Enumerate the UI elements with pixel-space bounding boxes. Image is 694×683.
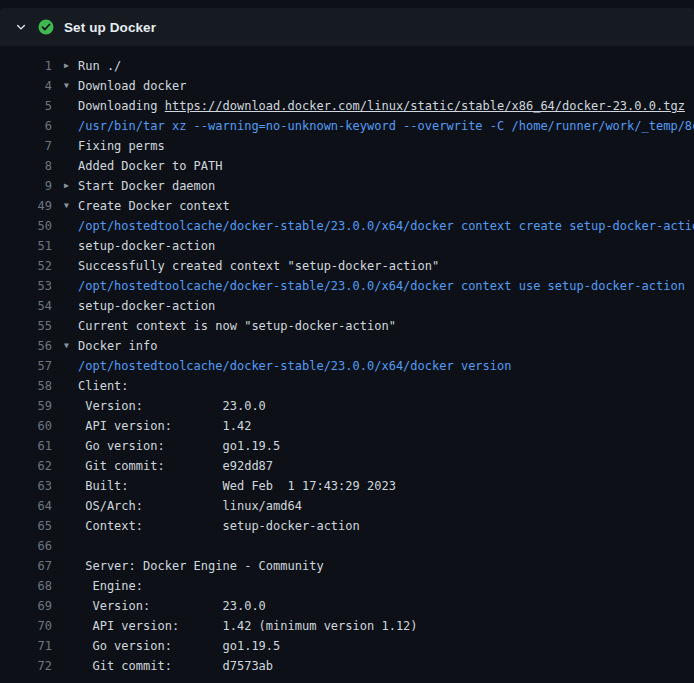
log-line: 59 Version: 23.0.0	[0, 396, 694, 416]
disclosure-triangle-icon[interactable]: ▶	[64, 176, 78, 196]
line-number[interactable]: 54	[0, 296, 52, 316]
line-number[interactable]: 1	[0, 56, 52, 76]
log-text: Server: Docker Engine - Community	[78, 556, 694, 576]
log-line[interactable]: 56 ▼ Docker info	[0, 336, 694, 356]
log-text: /opt/hostedtoolcache/docker-stable/23.0.…	[78, 216, 694, 236]
log-line: 67 Server: Docker Engine - Community	[0, 556, 694, 576]
log-line: 54 setup-docker-action	[0, 296, 694, 316]
log-line: 72 Git commit: d7573ab	[0, 656, 694, 676]
line-number[interactable]: 9	[0, 176, 52, 196]
disclosure-triangle-icon[interactable]: ▼	[64, 196, 78, 216]
log-text: setup-docker-action	[78, 236, 694, 256]
step-title: Set up Docker	[64, 20, 156, 35]
log-lines: 1 ▶ Run ./ 4 ▼ Download docker 5 Downloa…	[0, 46, 694, 676]
log-text: /usr/bin/tar xz --warning=no-unknown-key…	[78, 116, 694, 136]
disclosure-triangle-icon[interactable]: ▼	[64, 336, 78, 356]
log-text: Current context is now "setup-docker-act…	[78, 316, 694, 336]
log-text: Built: Wed Feb 1 17:43:29 2023	[78, 476, 694, 496]
line-number[interactable]: 49	[0, 196, 52, 216]
line-number[interactable]: 51	[0, 236, 52, 256]
line-number[interactable]: 60	[0, 416, 52, 436]
line-number[interactable]: 58	[0, 376, 52, 396]
log-text: Version: 23.0.0	[78, 396, 694, 416]
chevron-down-icon[interactable]	[14, 20, 28, 34]
log-line: 69 Version: 23.0.0	[0, 596, 694, 616]
log-line: 51 setup-docker-action	[0, 236, 694, 256]
line-number[interactable]: 53	[0, 276, 52, 296]
line-number[interactable]: 6	[0, 116, 52, 136]
line-number[interactable]: 66	[0, 536, 52, 556]
disclosure-triangle-icon[interactable]: ▼	[64, 76, 78, 96]
line-number[interactable]: 56	[0, 336, 52, 356]
log-text	[78, 536, 694, 556]
log-line: 52 Successfully created context "setup-d…	[0, 256, 694, 276]
log-line: 60 API version: 1.42	[0, 416, 694, 436]
log-text: API version: 1.42 (minimum version 1.12)	[78, 616, 694, 636]
log-text: /opt/hostedtoolcache/docker-stable/23.0.…	[78, 276, 694, 296]
log-line: 64 OS/Arch: linux/amd64	[0, 496, 694, 516]
line-number[interactable]: 52	[0, 256, 52, 276]
log-line[interactable]: 4 ▼ Download docker	[0, 76, 694, 96]
log-text: Added Docker to PATH	[78, 156, 694, 176]
log-text: OS/Arch: linux/amd64	[78, 496, 694, 516]
line-number[interactable]: 57	[0, 356, 52, 376]
log-line: 71 Go version: go1.19.5	[0, 636, 694, 656]
line-number[interactable]: 71	[0, 636, 52, 656]
disclosure-triangle-icon[interactable]: ▶	[64, 56, 78, 76]
line-number[interactable]: 7	[0, 136, 52, 156]
log-line: 63 Built: Wed Feb 1 17:43:29 2023	[0, 476, 694, 496]
log-line[interactable]: 1 ▶ Run ./	[0, 56, 694, 76]
log-group-title[interactable]: Run ./	[78, 56, 694, 76]
log-text: setup-docker-action	[78, 296, 694, 316]
line-number[interactable]: 61	[0, 436, 52, 456]
log-line: 57 /opt/hostedtoolcache/docker-stable/23…	[0, 356, 694, 376]
line-number[interactable]: 59	[0, 396, 52, 416]
log-line: 5 Downloading https://download.docker.co…	[0, 96, 694, 116]
line-number[interactable]: 8	[0, 156, 52, 176]
log-group-title[interactable]: Start Docker daemon	[78, 176, 694, 196]
line-number[interactable]: 55	[0, 316, 52, 336]
log-line: 7 Fixing perms	[0, 136, 694, 156]
line-number[interactable]: 5	[0, 96, 52, 116]
log-line: 70 API version: 1.42 (minimum version 1.…	[0, 616, 694, 636]
log-text: Successfully created context "setup-dock…	[78, 256, 694, 276]
line-number[interactable]: 72	[0, 656, 52, 676]
log-group-title[interactable]: Docker info	[78, 336, 694, 356]
line-number[interactable]: 70	[0, 616, 52, 636]
log-line: 8 Added Docker to PATH	[0, 156, 694, 176]
log-line: 65 Context: setup-docker-action	[0, 516, 694, 536]
log-group-title[interactable]: Download docker	[78, 76, 694, 96]
check-circle-icon	[38, 19, 54, 35]
line-number[interactable]: 64	[0, 496, 52, 516]
line-number[interactable]: 4	[0, 76, 52, 96]
log-url-link[interactable]: https://download.docker.com/linux/static…	[165, 99, 685, 113]
line-number[interactable]: 50	[0, 216, 52, 236]
log-line[interactable]: 49 ▼ Create Docker context	[0, 196, 694, 216]
line-number[interactable]: 62	[0, 456, 52, 476]
log-text: API version: 1.42	[78, 416, 694, 436]
log-text: Client:	[78, 376, 694, 396]
log-line: 61 Go version: go1.19.5	[0, 436, 694, 456]
log-line: 53 /opt/hostedtoolcache/docker-stable/23…	[0, 276, 694, 296]
log-text: Version: 23.0.0	[78, 596, 694, 616]
line-number[interactable]: 63	[0, 476, 52, 496]
step-header[interactable]: Set up Docker	[0, 8, 694, 46]
log-group-title[interactable]: Create Docker context	[78, 196, 694, 216]
log-line: 62 Git commit: e92dd87	[0, 456, 694, 476]
log-line: 66	[0, 536, 694, 556]
log-line: 58 Client:	[0, 376, 694, 396]
log-text: Downloading https://download.docker.com/…	[78, 96, 694, 116]
log-line: 68 Engine:	[0, 576, 694, 596]
line-number[interactable]: 67	[0, 556, 52, 576]
log-line[interactable]: 9 ▶ Start Docker daemon	[0, 176, 694, 196]
log-text-prefix: Downloading	[78, 99, 165, 113]
log-text: Go version: go1.19.5	[78, 636, 694, 656]
line-number[interactable]: 65	[0, 516, 52, 536]
log-text: Context: setup-docker-action	[78, 516, 694, 536]
line-number[interactable]: 69	[0, 596, 52, 616]
log-line: 50 /opt/hostedtoolcache/docker-stable/23…	[0, 216, 694, 236]
log-text: Git commit: d7573ab	[78, 656, 694, 676]
log-text: /opt/hostedtoolcache/docker-stable/23.0.…	[78, 356, 694, 376]
line-number[interactable]: 68	[0, 576, 52, 596]
log-text: Fixing perms	[78, 136, 694, 156]
